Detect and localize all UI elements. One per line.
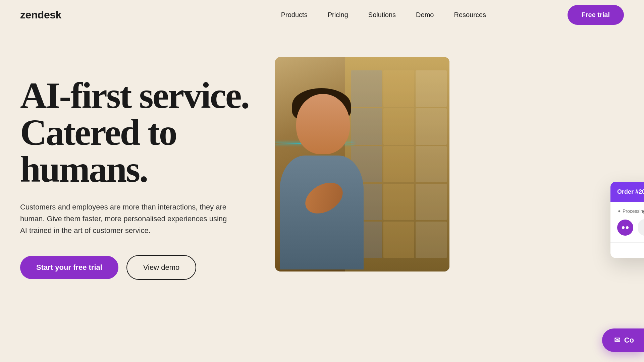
shelf-cell (383, 108, 415, 145)
shelf-cell (383, 70, 415, 107)
hero-title-line2: Catered to (20, 112, 176, 153)
hero-section: AI-first service. Catered to humans. Cus… (0, 30, 644, 362)
shelf-cell (383, 184, 415, 220)
hero-title-line3: humans. (20, 149, 147, 190)
logo[interactable]: zendesk (20, 9, 61, 21)
shelf-cell (383, 146, 415, 183)
nav-resources[interactable]: Resources (454, 11, 486, 19)
dot (626, 226, 629, 229)
hero-left: AI-first service. Catered to humans. Cus… (20, 57, 255, 280)
bot-avatar (617, 220, 633, 236)
ai-card-footer: POWERED BY ZENDESK AI (610, 242, 644, 258)
ai-card-header: Order #201988 AI ✦ (610, 182, 644, 202)
ai-card-body: ✦ Processing exchange Your new kicks are… (610, 202, 644, 242)
message-bubble: Your new kicks are on the way! (638, 219, 644, 236)
figure-head (296, 94, 350, 154)
shelf-cell (383, 222, 415, 258)
nav-demo[interactable]: Demo (416, 11, 434, 19)
message-row: Your new kicks are on the way! (617, 219, 644, 236)
shelf-cell (416, 70, 447, 107)
order-label: Order #201988 (617, 188, 644, 195)
processing-label: ✦ Processing exchange (617, 208, 644, 214)
nav-solutions[interactable]: Solutions (368, 11, 396, 19)
contact-label: Co (624, 336, 634, 345)
hero-image (275, 57, 449, 272)
nav-products[interactable]: Products (281, 11, 308, 19)
ai-chat-card: Order #201988 AI ✦ ✦ Processing exchange… (610, 182, 644, 258)
mail-icon: ✉ (614, 336, 620, 345)
shelf-cell (416, 108, 447, 145)
avatar-dots (622, 226, 629, 229)
hero-subtitle: Customers and employees are more than in… (20, 201, 235, 237)
hero-title-line1: AI-first service. (20, 75, 249, 116)
free-trial-button[interactable]: Free trial (568, 5, 624, 25)
nav-pricing[interactable]: Pricing (328, 11, 348, 19)
hero-right: Order #201988 AI ✦ ✦ Processing exchange… (275, 57, 624, 272)
shelf-cell (416, 184, 447, 220)
hero-title: AI-first service. Catered to humans. (20, 77, 255, 188)
person-figure (275, 78, 371, 272)
shelf-cell (416, 146, 447, 183)
dot (622, 226, 625, 229)
header: zendesk Products Pricing Solutions Demo … (0, 0, 644, 30)
hero-buttons: Start your free trial View demo (20, 255, 255, 280)
start-free-trial-button[interactable]: Start your free trial (20, 256, 118, 279)
main-nav: Products Pricing Solutions Demo Resource… (281, 11, 486, 19)
contact-button[interactable]: ✉ Co (602, 328, 644, 352)
processing-text: ✦ Processing exchange (617, 208, 644, 214)
shelf-cell (416, 222, 447, 258)
view-demo-button[interactable]: View demo (126, 255, 196, 280)
